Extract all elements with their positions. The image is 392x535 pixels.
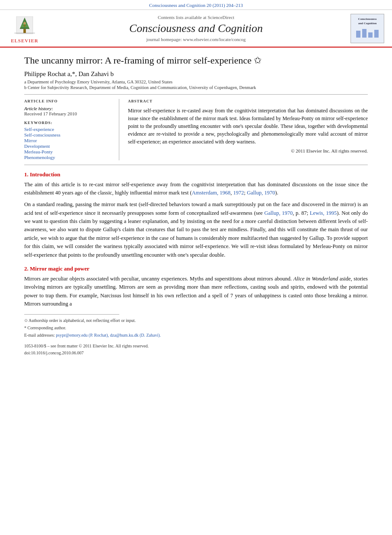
elsevier-text: ELSEVIER [11,38,38,43]
svg-rect-10 [368,32,373,38]
keywords-heading: Keywords: [24,121,112,125]
footnote-star2: * Corresponding author. [24,325,368,331]
elsevier-tree-icon [12,13,38,37]
affiliation-a: a Department of Psychology Emory Univers… [24,80,368,84]
citation-text: Consciousness and Cognition 20 (2011) 20… [149,3,243,8]
ref-gallup1970-p87[interactable]: Gallup, 1970 [264,210,293,216]
abstract-body: Mirror self-experience is re-casted away… [128,107,368,146]
ref-amsterdam1972[interactable]: 1972 [233,190,244,196]
copyright-line: © 2011 Elsevier Inc. All rights reserved… [128,148,368,153]
section1-heading: 1. Introduction [24,171,368,178]
ref-gallup1970[interactable]: Gallup, 1970 [247,190,275,196]
main-content: The uncanny mirror: A re-framing of mirr… [0,48,392,363]
svg-rect-1 [23,29,26,33]
journal-cover-thumb: Consciousnessand Cognition [351,14,384,43]
keyword-5[interactable]: Phenomenology [24,155,112,160]
section1-paragraph1: The aim of this article is to re-cast mi… [24,181,368,197]
article-title: The uncanny mirror: A re-framing of mirr… [24,54,368,67]
keyword-3[interactable]: Development [24,143,112,149]
keyword-2[interactable]: Mirror [24,138,112,143]
elsevier-logo: ELSEVIER [11,13,38,43]
journal-citation-bar: Consciousness and Cognition 20 (2011) 20… [0,0,392,10]
section-divider [24,94,368,95]
footnote-star1: ✩ Authorship order is alphabetical, not … [24,317,368,324]
abstract-column: ABSTRACT Mirror self-experience is re-ca… [128,99,368,160]
bottom-publication-info: 1053-8100/$ – see front matter © 2011 El… [24,343,368,357]
journal-name: Consciousness and Cognition [129,22,263,35]
ref-lewis1995[interactable]: Lewis, 1995 [310,210,337,216]
abstract-heading: ABSTRACT [128,99,368,103]
ref-amsterdam1968[interactable]: Amsterdam, 1968 [192,190,231,196]
article-info-title: ARTICLE INFO [24,99,112,103]
thumb-chart-icon [354,27,380,39]
svg-rect-8 [356,31,360,38]
doi-line: doi:10.1016/j.concog.2010.06.007 [24,350,368,357]
journal-homepage-text: journal homepage: www.elsevier.com/locat… [146,37,245,42]
info-abstract-row: ARTICLE INFO Article history: Received 1… [24,99,368,160]
thumb-journal-name: Consciousnessand Cognition [358,17,377,25]
keyword-0[interactable]: Self-experience [24,127,112,132]
article-history-label: Article history: [24,106,112,111]
affiliation-b: b Center for Subjectivity Research, Depa… [24,85,368,90]
authors-line: Philippe Rochat a,*, Dan Zahavi b [24,70,368,78]
contents-available-text: Contents lists available at ScienceDirec… [158,15,234,20]
content-divider [24,165,368,165]
journal-header: ELSEVIER Contents lists available at Sci… [0,10,392,48]
keywords-list: Self-experience Self-consciousness Mirro… [24,127,112,160]
keyword-4[interactable]: Merleau-Ponty [24,149,112,154]
section1-paragraph2: On a standard reading, passing the mirro… [24,201,368,259]
footnote-divider [24,314,119,315]
journal-thumbnail-area: Consciousnessand Cognition [348,13,387,43]
section2-heading: 2. Mirror magic and power [24,265,368,272]
svg-point-4 [23,22,26,25]
email-label: E-mail addresses: [24,333,55,338]
issn-line: 1053-8100/$ – see front matter © 2011 El… [24,343,368,350]
svg-rect-11 [374,30,379,38]
email-addresses[interactable]: psypr@emory.edu (P. Rochat), dza@hum.ku.… [56,333,161,338]
svg-rect-9 [362,29,367,38]
footnote-emails: E-mail addresses: psypr@emory.edu (P. Ro… [24,332,368,338]
elsevier-logo-area: ELSEVIER [5,13,44,43]
keyword-1[interactable]: Self-consciousness [24,132,112,137]
section2-paragraph1: Mirrors are peculiar objects associated … [24,275,368,309]
received-date: Received 17 February 2010 [24,111,112,116]
journal-title-area: Contents lists available at ScienceDirec… [48,13,344,43]
article-info-column: ARTICLE INFO Article history: Received 1… [24,99,119,160]
